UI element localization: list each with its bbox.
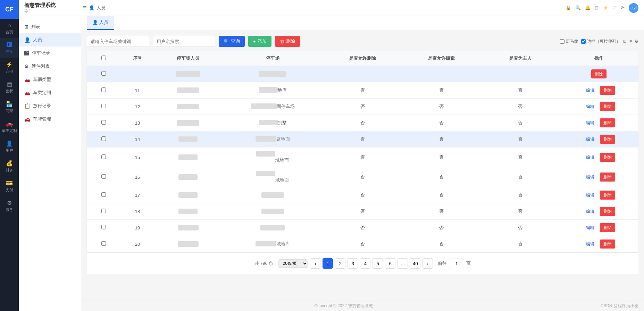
edit-row-button[interactable]: 编辑 [583, 173, 598, 182]
page-3-button[interactable]: 3 [348, 258, 358, 269]
row-checkbox[interactable] [101, 136, 106, 141]
bell-icon[interactable]: 🔔 [585, 5, 591, 10]
sidebar-item-home[interactable]: ⌂ 首页 [0, 19, 19, 38]
row-checkbox[interactable] [101, 174, 106, 179]
page-ellipsis[interactable]: ... [398, 258, 408, 269]
zebra-checkbox[interactable] [560, 39, 564, 44]
page-4-button[interactable]: 4 [360, 258, 370, 269]
page-5-button[interactable]: 5 [373, 258, 383, 269]
sidebar-item-label: 商家 [6, 108, 13, 114]
page-40-button[interactable]: 40 [410, 258, 420, 269]
bolt-icon[interactable]: ⚡ [603, 5, 608, 10]
delete-row-button[interactable]: 删除 [600, 239, 615, 249]
row-checkbox[interactable] [101, 154, 106, 159]
avatar[interactable]: ctzl [629, 3, 638, 13]
add-button[interactable]: + 添加 [248, 36, 271, 47]
delete-row-button[interactable]: 删除 [600, 191, 615, 200]
sidebar-item-finance[interactable]: 💰 财务 [0, 157, 19, 176]
delete-button[interactable]: 🗑 删除 [275, 36, 300, 47]
cell-parking: ██████ [222, 220, 323, 236]
sub-sidebar-item-list[interactable]: ⊞ 列表 [19, 20, 81, 33]
cell-is-owner: 否 [481, 220, 560, 236]
sidebar-item-service[interactable]: ⚙ 服务 [0, 196, 19, 216]
sub-sidebar-item-plate[interactable]: 🚗 车牌管理 [19, 112, 81, 126]
edit-row-button[interactable]: 编辑 [583, 135, 598, 144]
sub-sidebar-label: 车类定制 [33, 90, 51, 96]
sub-sidebar-item-release[interactable]: 📋 放行记录 [19, 99, 81, 112]
prev-page-button[interactable]: ‹ [310, 258, 320, 269]
edit-row-button[interactable]: 编辑 [583, 191, 598, 200]
fullscreen-icon[interactable]: ⊡ [595, 5, 599, 10]
search-icon[interactable]: 🔍 [575, 5, 581, 10]
heart-icon[interactable]: ♡ [612, 5, 617, 10]
cell-seq: 18 [120, 203, 154, 220]
refresh-icon[interactable]: ⟳ [621, 5, 625, 10]
sub-sidebar-label: 人员 [33, 37, 42, 43]
row-checkbox[interactable] [101, 241, 106, 246]
edit-row-button[interactable]: 编辑 [583, 239, 598, 249]
lock-icon[interactable]: 🔒 [566, 5, 571, 10]
edit-row-button[interactable]: 编辑 [583, 86, 598, 95]
delete-row-button[interactable]: 删除 [591, 69, 607, 78]
edit-row-button[interactable]: 编辑 [583, 153, 598, 162]
sub-sidebar-item-car-custom[interactable]: 🚗 车类定制 [19, 86, 81, 99]
delete-row-button[interactable]: 删除 [600, 86, 615, 95]
cell-allow-delete: 否 [323, 203, 402, 220]
goto-input[interactable] [449, 259, 464, 268]
edit-row-button[interactable]: 编辑 [583, 223, 598, 232]
query-button[interactable]: 🔍 查询 [219, 36, 245, 47]
tab-personnel[interactable]: 👤 人员 [87, 16, 114, 30]
row-checkbox[interactable] [101, 209, 106, 213]
page-6-button[interactable]: 6 [385, 258, 395, 269]
columns-icon[interactable]: ≡ [629, 39, 632, 44]
settings-icon[interactable]: ⚙ [635, 39, 638, 44]
cell-seq [120, 66, 154, 82]
sidebar-item-payment[interactable]: 💳 支付 [0, 176, 19, 196]
row-checkbox[interactable] [101, 192, 106, 197]
delete-row-button[interactable]: 删除 [600, 135, 615, 144]
border-checkbox-label[interactable]: 边框（可拉伸列） [581, 39, 620, 44]
row-checkbox[interactable] [101, 120, 106, 125]
car-icon: 🚗 [6, 120, 13, 127]
table-row: 11████████地库地库否否否编辑删除 [87, 82, 638, 99]
page-size-select[interactable]: 20条/页 10条/页 50条/页 100条/页 [278, 259, 308, 268]
border-checkbox[interactable] [581, 39, 586, 44]
page-1-button[interactable]: 1 [323, 258, 333, 269]
cell-parking: ██地库地库 [222, 82, 323, 99]
delete-row-button[interactable]: 删除 [600, 153, 615, 162]
sidebar-item-charging[interactable]: ⚡ 充电 [0, 58, 19, 77]
row-checkbox[interactable] [101, 71, 106, 76]
delete-row-button[interactable]: 删除 [600, 173, 615, 182]
delete-row-button[interactable]: 删除 [600, 207, 615, 216]
sidebar-item-user[interactable]: 👤 用户 [0, 137, 19, 157]
plate-icon: 🚗 [24, 116, 30, 122]
sidebar-item-package[interactable]: ▤ 套餐 [0, 77, 19, 97]
next-page-button[interactable]: › [423, 258, 433, 269]
expand-icon[interactable]: ⊡ [623, 39, 627, 44]
cell-allow-delete: 否 [323, 131, 402, 148]
sidebar-item-merchant[interactable]: 🏪 商家 [0, 97, 19, 117]
username-search-input[interactable] [153, 36, 215, 47]
edit-row-button[interactable]: 编辑 [583, 207, 598, 216]
edit-row-button[interactable]: 编辑 [583, 102, 598, 111]
delete-row-button[interactable]: 删除 [600, 102, 615, 111]
sub-sidebar-item-personnel[interactable]: 👤 人员 [19, 33, 81, 47]
page-2-button[interactable]: 2 [335, 258, 345, 269]
sub-sidebar-item-vehicle-type[interactable]: 🚗 车辆类型 [19, 73, 81, 86]
nav-menu-icon[interactable]: ☰ [83, 5, 87, 10]
select-all-checkbox[interactable] [101, 56, 106, 60]
copyright: Copyright © 2022 智慧管理系统 [87, 303, 600, 309]
sidebar-item-car-custom[interactable]: 🚗 车类定制 [0, 117, 19, 137]
delete-row-button[interactable]: 删除 [600, 223, 615, 232]
row-checkbox[interactable] [101, 225, 106, 229]
delete-row-button[interactable]: 删除 [600, 118, 615, 127]
zebra-checkbox-label[interactable]: 斑马纹 [560, 39, 578, 44]
sidebar-item-parking[interactable]: 🅿 停车 [0, 38, 19, 58]
sub-sidebar-item-hardware[interactable]: ⚙ 硬件列表 [19, 60, 81, 73]
parking-search-input[interactable] [87, 36, 149, 47]
cell-person: ██████ [154, 66, 222, 82]
edit-row-button[interactable]: 编辑 [583, 118, 598, 127]
sub-sidebar-item-parking-records[interactable]: 🅿 停车记录 [19, 47, 81, 60]
row-checkbox[interactable] [101, 104, 106, 108]
row-checkbox[interactable] [101, 87, 106, 92]
